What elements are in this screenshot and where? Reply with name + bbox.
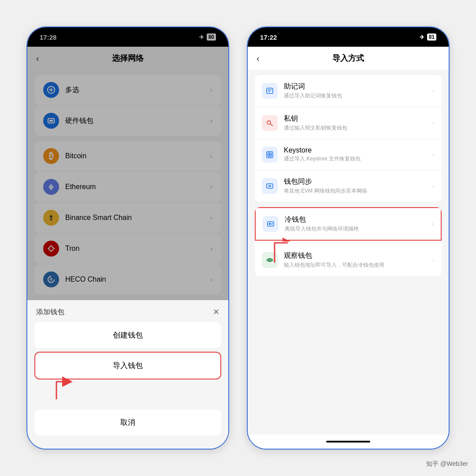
svg-rect-14 — [267, 88, 273, 93]
battery-right: 81 — [427, 33, 436, 41]
left-phone: 17:28 ✈ 80 ‹ 选择网络 多选 › 硬件钱包 › — [26, 26, 229, 450]
mnemonic-icon — [262, 83, 278, 99]
import-wallet-container: 导入钱包 — [34, 352, 221, 379]
keystore-icon — [262, 147, 278, 163]
watermark: 知乎 @Web3er — [426, 460, 468, 468]
import-screen: 助记词 通过导入助记词恢复钱包 › 私钥 通过输入明文私钥恢复钱包 › — [248, 70, 449, 435]
watchonly-text: 观察钱包 输入钱包地址即可导入，可配合冷钱包使用 — [284, 251, 426, 269]
chevron-privatekey: › — [432, 119, 435, 126]
import-methods-list: 助记词 通过导入助记词恢复钱包 › 私钥 通过输入明文私钥恢复钱包 › — [248, 70, 449, 435]
close-button[interactable]: ✕ — [213, 307, 219, 317]
back-button-right[interactable]: ‹ — [257, 53, 260, 63]
airplane-icon-right: ✈ — [420, 34, 424, 41]
coldwallet-wrapper: 冷钱包 离线导入钱包并与网络环境隔绝 › — [255, 207, 442, 241]
chevron-coldwallet: › — [431, 220, 434, 227]
time-right: 17:22 — [260, 33, 277, 41]
keystore-desc: 通过导入 Keystore 文件恢复钱包 — [284, 155, 426, 163]
privatekey-icon — [262, 115, 278, 131]
arrow-right — [266, 236, 301, 265]
nav-title-right: 导入方式 — [332, 53, 364, 63]
svg-rect-25 — [269, 223, 271, 225]
mnemonic-title: 助记词 — [284, 82, 426, 91]
mnemonic-text: 助记词 通过导入助记词恢复钱包 — [284, 82, 426, 100]
svg-rect-22 — [269, 154, 271, 156]
import-item-walletsync[interactable]: 钱包同步 将其他 EVM 网络钱包同步至本网络 › — [255, 170, 442, 202]
coldwallet-desc: 离线导入钱包并与网络环境隔绝 — [285, 225, 425, 233]
import-item-mnemonic[interactable]: 助记词 通过导入助记词恢复钱包 › — [255, 75, 442, 107]
import-item-privatekey[interactable]: 私钥 通过输入明文私钥恢复钱包 › — [255, 107, 442, 139]
svg-line-19 — [271, 125, 272, 126]
watchonly-title: 观察钱包 — [284, 251, 426, 260]
chevron-walletsync: › — [432, 182, 435, 190]
import-item-coldwallet[interactable]: 冷钱包 离线导入钱包并与网络环境隔绝 › — [255, 207, 442, 241]
walletsync-text: 钱包同步 将其他 EVM 网络钱包同步至本网络 — [284, 177, 426, 195]
keystore-title: Keystore — [284, 146, 426, 154]
mnemonic-desc: 通过导入助记词恢复钱包 — [284, 92, 426, 100]
watchonly-desc: 输入钱包地址即可导入，可配合冷钱包使用 — [284, 261, 426, 269]
import-item-keystore[interactable]: Keystore 通过导入 Keystore 文件恢复钱包 › — [255, 139, 442, 170]
keystore-text: Keystore 通过导入 Keystore 文件恢复钱包 — [284, 146, 426, 163]
coldwallet-title: 冷钱包 — [285, 215, 425, 224]
import-group-2: 冷钱包 离线导入钱包并与网络环境隔绝 › — [255, 207, 442, 276]
chevron-keystore: › — [432, 151, 435, 158]
svg-rect-23 — [267, 184, 273, 188]
nav-bar-right: ‹ 导入方式 — [248, 47, 449, 70]
walletsync-title: 钱包同步 — [284, 177, 426, 186]
privatekey-desc: 通过输入明文私钥恢复钱包 — [284, 124, 426, 132]
status-icons-right: ✈ 81 — [420, 33, 436, 41]
home-bar-right — [326, 441, 370, 443]
sheet-title: 添加钱包 — [36, 308, 64, 317]
walletsync-desc: 将其他 EVM 网络钱包同步至本网络 — [284, 187, 426, 195]
sheet-header: 添加钱包 ✕ — [27, 300, 228, 322]
import-group-1: 助记词 通过导入助记词恢复钱包 › 私钥 通过输入明文私钥恢复钱包 › — [255, 75, 442, 202]
chevron-mnemonic: › — [432, 87, 435, 94]
arrow-left — [48, 375, 83, 402]
home-indicator-right — [248, 435, 449, 449]
privatekey-text: 私钥 通过输入明文私钥恢复钱包 — [284, 114, 426, 132]
chevron-watchonly: › — [432, 257, 435, 264]
add-wallet-sheet: 添加钱包 ✕ 创建钱包 导入钱包 取消 — [27, 300, 228, 449]
coldwallet-text: 冷钱包 离线导入钱包并与网络环境隔绝 — [285, 215, 425, 233]
svg-point-17 — [267, 121, 271, 124]
right-phone: 17:22 ✈ 81 ‹ 导入方式 助记词 通过导入助记词恢复钱包 › — [247, 26, 450, 450]
privatekey-title: 私钥 — [284, 114, 426, 123]
coldwallet-icon — [263, 216, 279, 232]
cancel-button[interactable]: 取消 — [34, 409, 221, 435]
create-wallet-button[interactable]: 创建钱包 — [34, 322, 221, 348]
status-bar-right: 17:22 ✈ 81 — [248, 27, 449, 47]
walletsync-icon — [262, 178, 278, 194]
